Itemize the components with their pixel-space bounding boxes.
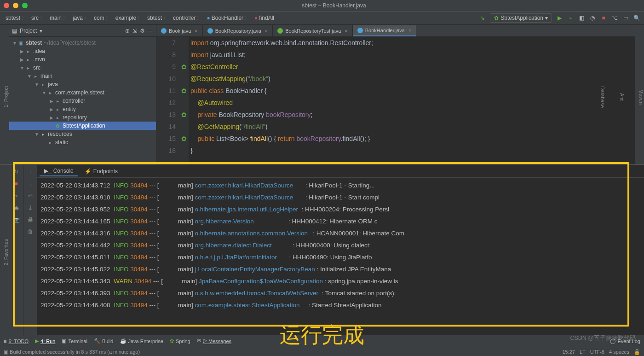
layout-icon[interactable]: ▭ <box>622 14 629 22</box>
tree-root[interactable]: ▼▣ sbtest ~/IdeaProjects/sbtest <box>9 39 156 47</box>
run-config-select[interactable]: ✿ SbtestApplication ▾ <box>490 13 552 23</box>
breadcrumb-class[interactable]: BookHandler <box>205 13 253 23</box>
status-indent[interactable]: 4 spaces <box>609 349 629 355</box>
profile-icon[interactable]: ◔ <box>589 14 596 22</box>
run-icon[interactable]: ▶ <box>556 14 563 22</box>
build-tool-button[interactable]: 🔨 Build <box>94 338 113 344</box>
tree-row[interactable]: ▼▸java <box>9 80 156 88</box>
breadcrumb[interactable]: main <box>48 13 71 23</box>
editor-tab[interactable]: BookRepositoryTest.java× <box>273 25 353 36</box>
left-tool-stripe-lower: 2: Favorites Persistence Web <box>0 165 9 335</box>
close-icon[interactable]: × <box>408 28 411 33</box>
breadcrumb[interactable]: sbtest <box>145 13 171 23</box>
vcs-icon[interactable]: ⌥ <box>611 14 618 22</box>
exit-icon[interactable]: ⏏ <box>12 204 20 212</box>
breadcrumb[interactable]: java <box>71 13 92 23</box>
status-line-sep[interactable]: LF <box>580 349 586 355</box>
editor: Book.java×BookRepository.java×BookReposi… <box>156 25 635 164</box>
project-tool-button[interactable]: 1: Project <box>3 86 9 107</box>
project-header: ▤ Project ▾ ⊕ ⇲ ⚙ — <box>9 25 156 37</box>
build-icon[interactable]: ↘ <box>479 14 486 22</box>
class-icon <box>207 28 213 34</box>
editor-tab[interactable]: BookRepository.java× <box>203 25 273 36</box>
hide-icon[interactable]: — <box>148 28 153 34</box>
select-opened-icon[interactable]: ⊕ <box>125 28 130 34</box>
status-encoding[interactable]: UTF-8 <box>590 349 604 355</box>
spring-leaf-icon[interactable]: ✿ <box>181 135 187 142</box>
editor-tab[interactable]: BookHandler.java× <box>353 25 417 36</box>
run-toolbar: ↻ ■ ⌁ ⏏ 📷 <box>9 165 23 335</box>
jee-tool-button[interactable]: ☕ Java Enterprise <box>120 338 163 344</box>
tree-row[interactable]: ✿SbtestApplication <box>9 122 156 130</box>
breadcrumb[interactable]: controller <box>171 13 205 23</box>
stop-icon[interactable]: ■ <box>12 180 20 188</box>
status-left-icon[interactable]: ▣ <box>4 349 8 355</box>
close-icon[interactable]: × <box>195 28 197 34</box>
status-message: Build completed successfully in 8 s 337 … <box>10 349 140 355</box>
messages-tool-button[interactable]: ✉ 0: Messages <box>197 338 231 344</box>
close-icon[interactable]: × <box>345 28 347 34</box>
down-icon[interactable]: ↓ <box>26 180 34 188</box>
run-tabs: ▶_ Console ⚡ Endpoints <box>37 165 644 178</box>
camera-icon[interactable]: 📷 <box>12 216 20 224</box>
terminal-tool-button[interactable]: ▣ Terminal <box>62 338 87 344</box>
up-icon[interactable]: ↑ <box>26 168 34 176</box>
print-icon[interactable]: 🖶 <box>26 216 34 224</box>
code-area[interactable]: 78910111213141518 ✿✿✿✿ import org.spring… <box>156 37 635 164</box>
tree-row[interactable]: ▼▸main <box>9 72 156 80</box>
run-main: ▶_ Console ⚡ Endpoints 2022-05-22 03:14:… <box>37 165 644 335</box>
maven-tool-button[interactable]: Maven <box>638 89 644 105</box>
gear-icon[interactable]: ⚙ <box>140 28 145 34</box>
favorites-tool-button[interactable]: 2: Favorites <box>3 239 9 265</box>
debug-icon[interactable]: ⌁ <box>567 14 574 22</box>
todo-tool-button[interactable]: ≡ 6: TODO <box>4 338 29 344</box>
close-icon[interactable]: × <box>265 28 268 34</box>
attach-debugger-icon[interactable]: ⌁ <box>12 192 20 200</box>
editor-tab[interactable]: Book.java× <box>156 25 203 36</box>
console-tab[interactable]: ▶_ Console <box>40 166 78 176</box>
breadcrumb[interactable]: sbtest <box>4 13 29 23</box>
spring-leaf-icon[interactable]: ✿ <box>181 111 187 118</box>
project-tree[interactable]: ▼▣ sbtest ~/IdeaProjects/sbtest ▶▸.idea▶… <box>9 37 156 164</box>
chevron-down-icon[interactable]: ▾ <box>40 28 42 34</box>
tree-row[interactable]: ▶▸.mvn <box>9 55 156 64</box>
project-title[interactable]: Project <box>20 28 37 34</box>
breadcrumb[interactable]: com <box>92 13 114 23</box>
breadcrumb-method[interactable]: findAll <box>253 14 276 22</box>
class-icon <box>277 28 283 34</box>
stop-icon[interactable]: ■ <box>600 14 607 22</box>
tree-row[interactable]: ▼▸src <box>9 64 156 72</box>
endpoints-tab[interactable]: ⚡ Endpoints <box>80 167 122 176</box>
window-title: sbtest – BookHandler.java <box>28 2 640 9</box>
tree-row[interactable]: ▶▸.idea <box>9 47 156 55</box>
ant-tool-button[interactable]: Ant <box>619 93 625 101</box>
spring-leaf-icon[interactable]: ✿ <box>181 63 187 70</box>
tree-row[interactable]: ▼▸com.example.sbtest <box>9 88 156 97</box>
soft-wrap-icon[interactable]: ↩ <box>26 192 34 200</box>
spring-tool-button[interactable]: ✿ Spring <box>170 338 190 344</box>
spring-leaf-icon[interactable]: ✿ <box>181 87 187 94</box>
tree-row[interactable]: ▸static <box>9 138 156 146</box>
clear-icon[interactable]: 🗑 <box>26 228 34 236</box>
left-tool-stripe: 1: Project 7: Structure <box>0 25 9 164</box>
console-toolbar: ↑ ↓ ↩ ⤓ 🖶 🗑 <box>23 165 37 335</box>
tree-row[interactable]: ▶▸entity <box>9 105 156 113</box>
maximize-window-icon[interactable] <box>22 3 28 8</box>
close-window-icon[interactable] <box>4 3 9 8</box>
code-text[interactable]: import org.springframework.web.bind.anno… <box>189 37 635 164</box>
console-output[interactable]: 2022-05-22 03:14:43.712 INFO 30494 --- [… <box>37 178 644 335</box>
scroll-end-icon[interactable]: ⤓ <box>26 204 34 212</box>
run-tool-button[interactable]: ▶ 4: Run <box>35 338 55 344</box>
database-tool-button[interactable]: Database <box>600 86 605 108</box>
tree-row[interactable]: ▶▸controller <box>9 97 156 105</box>
tree-row[interactable]: ▼▸resources <box>9 130 156 138</box>
minimize-window-icon[interactable] <box>13 3 18 8</box>
tree-row[interactable]: ▶▸repository <box>9 113 156 122</box>
search-icon[interactable]: 🔍 <box>633 14 640 22</box>
breadcrumb[interactable]: src <box>29 13 48 23</box>
lock-icon[interactable]: 🔓 <box>634 349 640 355</box>
coverage-icon[interactable]: ◧ <box>578 14 585 22</box>
rerun-icon[interactable]: ↻ <box>12 168 20 176</box>
collapse-icon[interactable]: ⇲ <box>132 28 137 34</box>
breadcrumb[interactable]: example <box>114 13 145 23</box>
